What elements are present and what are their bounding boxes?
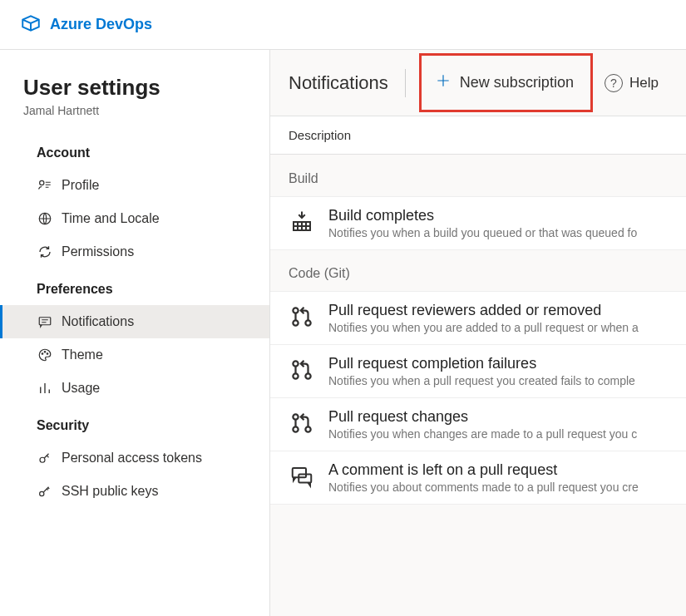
svg-point-17 xyxy=(305,426,310,431)
sidebar-item-pat[interactable]: Personal access tokens xyxy=(0,441,269,475)
notification-desc: Notifies you when a build you queued or … xyxy=(328,226,637,239)
svg-point-16 xyxy=(293,426,298,431)
sidebar-item-permissions[interactable]: Permissions xyxy=(0,235,269,269)
plus-icon xyxy=(435,72,452,93)
toolbar: Notifications New subscription ? Help xyxy=(270,50,686,116)
notification-title: Pull request reviewers added or removed xyxy=(328,302,639,319)
section-label-preferences: Preferences xyxy=(0,269,269,305)
globe-icon xyxy=(37,210,53,227)
notification-title: Pull request completion failures xyxy=(328,355,635,372)
notification-row[interactable]: Pull request completion failures Notifie… xyxy=(270,344,686,398)
brand-label[interactable]: Azure DevOps xyxy=(50,16,152,33)
notification-desc: Notifies you when changes are made to a … xyxy=(328,427,637,441)
sidebar-item-label: Permissions xyxy=(62,244,134,259)
svg-point-3 xyxy=(42,353,43,355)
pull-request-icon xyxy=(289,357,315,383)
notification-title: Pull request changes xyxy=(328,408,637,426)
sidebar-item-label: Usage xyxy=(62,381,100,396)
svg-point-0 xyxy=(40,180,44,185)
sidebar-item-label: Notifications xyxy=(62,314,134,329)
topbar: Azure DevOps xyxy=(0,0,686,50)
notification-desc: Notifies you when a pull request you cre… xyxy=(328,374,635,387)
group-label-build: Build xyxy=(270,155,686,196)
svg-point-9 xyxy=(293,308,298,313)
key-icon xyxy=(37,450,53,466)
bar-chart-icon xyxy=(37,380,53,397)
svg-point-5 xyxy=(47,353,48,355)
svg-point-7 xyxy=(40,491,44,495)
toolbar-title: Notifications xyxy=(289,72,388,94)
svg-rect-2 xyxy=(39,318,51,325)
new-subscription-button[interactable]: New subscription xyxy=(425,67,584,98)
svg-rect-19 xyxy=(299,475,311,483)
comment-icon xyxy=(289,463,315,490)
notification-row[interactable]: Build completes Notifies you when a buil… xyxy=(270,196,686,250)
sidebar-item-label: Time and Locale xyxy=(62,211,160,226)
svg-point-10 xyxy=(293,320,298,325)
svg-point-15 xyxy=(293,414,298,419)
build-icon xyxy=(289,209,315,235)
user-name: Jamal Hartnett xyxy=(23,104,246,117)
svg-point-4 xyxy=(44,352,46,353)
notification-title: Build completes xyxy=(328,207,637,224)
section-label-account: Account xyxy=(0,132,269,169)
toolbar-divider xyxy=(405,69,406,97)
sidebar-item-time-locale[interactable]: Time and Locale xyxy=(0,202,269,235)
new-subscription-label: New subscription xyxy=(460,74,574,91)
refresh-icon xyxy=(37,244,53,260)
notification-row[interactable]: A comment is left on a pull request Noti… xyxy=(270,451,686,505)
help-button[interactable]: ? Help xyxy=(605,74,659,92)
profile-icon xyxy=(37,177,53,194)
notification-row[interactable]: Pull request changes Notifies you when c… xyxy=(270,397,686,451)
azure-devops-logo-icon xyxy=(20,12,42,37)
sidebar-item-label: Profile xyxy=(62,178,99,193)
sidebar-item-ssh[interactable]: SSH public keys xyxy=(0,475,269,508)
svg-point-14 xyxy=(305,373,310,378)
sidebar-item-label: SSH public keys xyxy=(62,484,159,499)
pull-request-icon xyxy=(289,410,315,436)
sidebar-item-notifications[interactable]: Notifications xyxy=(0,305,269,338)
svg-point-13 xyxy=(293,373,298,378)
sidebar-item-usage[interactable]: Usage xyxy=(0,372,269,405)
sidebar-item-theme[interactable]: Theme xyxy=(0,338,269,372)
notification-row[interactable]: Pull request reviewers added or removed … xyxy=(270,291,686,345)
notification-desc: Notifies you when you are added to a pul… xyxy=(328,321,639,334)
ssh-key-icon xyxy=(37,483,53,500)
sidebar-item-profile[interactable]: Profile xyxy=(0,169,269,202)
svg-point-11 xyxy=(305,320,310,325)
help-icon: ? xyxy=(605,74,623,92)
chat-icon xyxy=(37,313,53,330)
notifications-list: Build Build completes Notifies you when … xyxy=(270,155,686,616)
sidebar: User settings Jamal Hartnett Account Pro… xyxy=(0,50,270,616)
section-label-security: Security xyxy=(0,405,269,441)
help-label: Help xyxy=(629,75,659,91)
svg-point-6 xyxy=(40,457,45,462)
group-label-code-git: Code (Git) xyxy=(270,249,686,291)
main-panel: Notifications New subscription ? Help De… xyxy=(270,50,686,616)
notification-desc: Notifies you about comments made to a pu… xyxy=(328,480,639,494)
pull-request-icon xyxy=(289,303,315,330)
sidebar-item-label: Personal access tokens xyxy=(62,451,202,466)
palette-icon xyxy=(37,347,53,363)
notification-title: A comment is left on a pull request xyxy=(328,461,639,479)
description-column-header: Description xyxy=(270,116,686,155)
highlight-annotation: New subscription xyxy=(419,53,593,112)
page-title: User settings xyxy=(23,75,246,101)
sidebar-item-label: Theme xyxy=(62,347,103,362)
svg-point-12 xyxy=(293,361,298,366)
